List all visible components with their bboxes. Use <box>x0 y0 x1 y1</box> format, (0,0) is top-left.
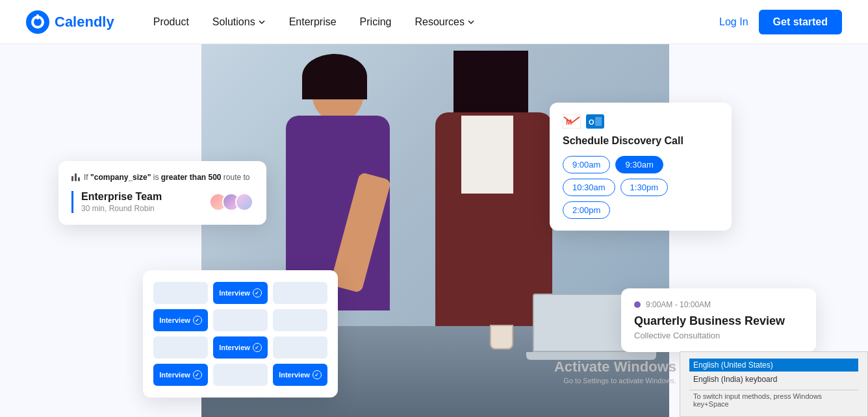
person-left-hair <box>302 54 367 99</box>
card-routing: If "company_size" is greater than 500 ro… <box>58 161 266 225</box>
keyboard-option-2[interactable]: English (India) keyboard <box>689 373 858 386</box>
svg-rect-8 <box>595 117 602 126</box>
qbr-time: 9:00AM - 10:00AM <box>634 300 803 309</box>
routing-team: Enterprise Team 30 min, Round Robin <box>71 191 253 213</box>
activate-windows-label: Activate Windows <box>554 359 676 375</box>
time-slot-1[interactable]: 9:30am <box>615 156 663 173</box>
interview-cell-empty <box>273 336 327 359</box>
bars-icon <box>71 173 80 181</box>
windows-activate-text: Activate Windows Go to Settings to activ… <box>554 359 676 385</box>
get-started-button[interactable]: Get started <box>759 10 842 34</box>
time-slots: 9:00am 9:30am 10:30am 1:30pm 2:00pm <box>563 156 719 219</box>
hero-section: If "company_size" is greater than 500 ro… <box>0 44 868 417</box>
check-icon: ✓ <box>253 288 262 297</box>
logo-link[interactable]: Calendly <box>26 10 114 34</box>
nav-solutions[interactable]: Solutions <box>212 16 266 28</box>
nav-links: Product Solutions Enterprise Pricing Res… <box>153 16 719 28</box>
nav-product[interactable]: Product <box>153 16 189 28</box>
time-slot-2[interactable]: 10:30am <box>563 179 615 196</box>
interview-cell-blue[interactable]: Interview ✓ <box>213 282 268 304</box>
svg-text:O: O <box>589 118 594 126</box>
qbr-dot <box>634 301 641 308</box>
qbr-subtitle: Collective Consultation <box>634 331 803 340</box>
navigation: Calendly Product Solutions Enterprise Pr… <box>0 0 868 44</box>
nav-pricing[interactable]: Pricing <box>360 16 392 28</box>
outlook-icon: O <box>586 114 604 129</box>
qbr-title: Quarterly Business Review <box>634 314 803 328</box>
interview-cell-empty <box>213 309 268 331</box>
interview-cell-blue[interactable]: Interview ✓ <box>153 309 208 331</box>
person-right-shirt <box>461 116 513 194</box>
interview-cell-empty <box>273 282 327 304</box>
interview-cell-blue[interactable]: Interview ✓ <box>273 364 327 386</box>
gmail-icon: M <box>563 114 581 129</box>
windows-keyboard-popup: English (United States) English (India) … <box>680 351 868 417</box>
chevron-down-icon <box>258 18 266 26</box>
activate-windows-sub: Go to Settings to activate Windows. <box>554 377 676 385</box>
interview-cell-empty <box>273 309 327 331</box>
keyboard-option-1[interactable]: English (United States) <box>689 359 858 372</box>
nav-enterprise[interactable]: Enterprise <box>289 16 337 28</box>
svg-rect-3 <box>36 14 39 19</box>
check-icon: ✓ <box>193 370 202 379</box>
routing-condition: If "company_size" is greater than 500 ro… <box>71 173 253 182</box>
team-detail: 30 min, Round Robin <box>81 204 162 213</box>
check-icon: ✓ <box>193 316 202 325</box>
team-info: Enterprise Team 30 min, Round Robin <box>81 191 162 213</box>
time-slot-4[interactable]: 2:00pm <box>563 201 610 219</box>
time-slot-0[interactable]: 9:00am <box>563 156 610 173</box>
team-name: Enterprise Team <box>81 191 162 203</box>
interview-cell-blue[interactable]: Interview ✓ <box>153 364 208 386</box>
mug-body <box>490 325 513 349</box>
chevron-down-icon <box>467 18 475 26</box>
nav-actions: Log In Get started <box>719 10 842 34</box>
card-qbr: 9:00AM - 10:00AM Quarterly Business Revi… <box>621 288 816 352</box>
switch-instruction: To switch input methods, press Windows k… <box>689 390 858 410</box>
logo-text: Calendly <box>55 14 114 31</box>
check-icon: ✓ <box>253 343 262 352</box>
nav-resources[interactable]: Resources <box>415 16 475 28</box>
interview-cell-empty <box>213 364 268 386</box>
logo-icon <box>26 10 49 34</box>
interview-cell-empty <box>153 282 208 304</box>
time-slot-3[interactable]: 1:30pm <box>620 179 668 196</box>
login-button[interactable]: Log In <box>719 16 748 28</box>
interview-grid: Interview ✓ Interview ✓ Interview ✓ Inte… <box>153 282 327 386</box>
interview-cell-blue[interactable]: Interview ✓ <box>213 336 268 359</box>
team-avatars <box>209 193 253 211</box>
keyboard-options: English (United States) English (India) … <box>689 359 858 410</box>
coffee-mug <box>490 325 513 352</box>
card-interviews: Interview ✓ Interview ✓ Interview ✓ Inte… <box>143 270 338 398</box>
svg-text:M: M <box>566 118 572 126</box>
card-schedule: M O Schedule Discovery Call 9:00am 9:30a… <box>550 103 732 231</box>
email-icons: M O <box>563 114 719 129</box>
avatar <box>235 193 253 211</box>
schedule-title: Schedule Discovery Call <box>563 135 719 147</box>
interview-cell-empty <box>153 336 208 359</box>
check-icon: ✓ <box>313 370 322 379</box>
